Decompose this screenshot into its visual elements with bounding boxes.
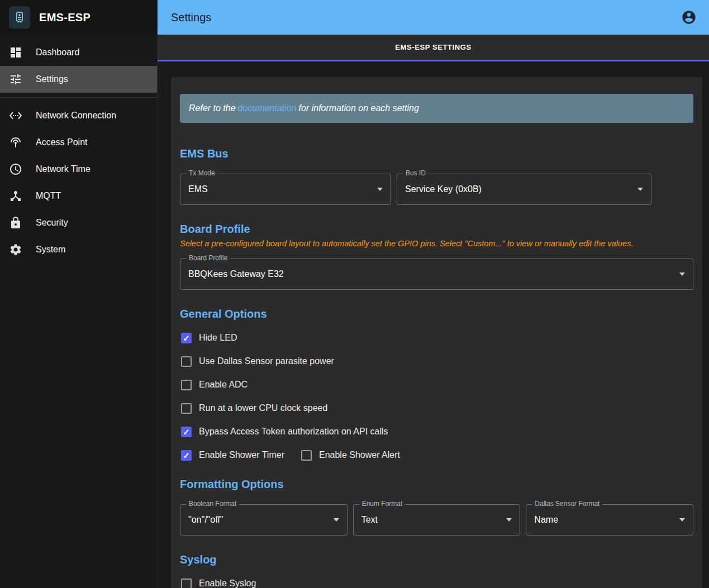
checkbox-enable-adc[interactable]: Enable ADC <box>180 380 248 390</box>
sidebar-item-label: Network Connection <box>36 111 116 121</box>
tab-ems-esp-settings[interactable]: EMS-ESP SETTINGS <box>386 36 480 58</box>
sidebar-item-label: Access Point <box>36 137 87 147</box>
checkbox-box[interactable] <box>181 427 192 437</box>
app-title: EMS-ESP <box>39 11 91 24</box>
ems-bus-fields: Tx Mode EMS Bus ID Service Key (0x0B) <box>180 174 693 205</box>
banner-text-before: Refer to the <box>189 103 236 113</box>
dropdown-arrow-icon <box>506 518 512 522</box>
field-value: Name <box>534 515 674 525</box>
field-value: "on"/"off" <box>188 515 328 525</box>
field-value: Text <box>361 515 501 525</box>
checkbox-bypass-token[interactable]: Bypass Access Token authorization on API… <box>180 427 388 437</box>
formatting-fields: Boolean Format "on"/"off" Enum Format Te… <box>180 504 693 536</box>
dropdown-arrow-icon <box>679 273 685 276</box>
tx-mode-select[interactable]: Tx Mode EMS <box>180 174 391 205</box>
syslog-checkboxes: Enable Syslog <box>180 572 693 588</box>
field-label: Boolean Format <box>186 500 239 508</box>
sidebar-item-settings[interactable]: Settings <box>0 66 157 93</box>
checkbox-label: Enable Syslog <box>199 579 256 588</box>
checkbox-box[interactable] <box>181 356 192 367</box>
boolean-format-select[interactable]: Boolean Format "on"/"off" <box>180 504 348 536</box>
checkbox-box[interactable] <box>181 450 192 461</box>
checkbox-box[interactable] <box>181 579 192 588</box>
checkbox-row: Enable Shower Timer Enable Shower Alert <box>180 443 693 467</box>
checkbox-row: Use Dallas Sensor parasite power <box>180 350 693 373</box>
section-title-general-options: General Options <box>180 308 693 321</box>
field-label: Tx Mode <box>186 169 218 177</box>
enum-format-select[interactable]: Enum Format Text <box>353 504 521 536</box>
page-title: Settings <box>171 11 211 24</box>
field-value: BBQKees Gateway E32 <box>188 269 674 279</box>
section-title-board-profile: Board Profile <box>180 223 693 236</box>
board-profile-fields: Board Profile BBQKees Gateway E32 <box>180 259 693 290</box>
bus-id-select[interactable]: Bus ID Service Key (0x0B) <box>397 174 651 205</box>
clock-icon <box>9 162 22 176</box>
checkbox-label: Enable ADC <box>199 380 248 390</box>
documentation-link[interactable]: documentation <box>238 103 297 113</box>
sidebar-item-mqtt[interactable]: MQTT <box>0 183 157 209</box>
sidebar-item-network-connection[interactable]: Network Connection <box>0 102 157 129</box>
checkbox-label: Run at a lower CPU clock speed <box>199 403 327 413</box>
dallas-sensor-format-select[interactable]: Dallas Sensor Format Name <box>526 504 693 536</box>
ethernet-icon <box>9 109 22 122</box>
checkbox-row: Bypass Access Token authorization on API… <box>180 420 693 443</box>
section-title-syslog: Syslog <box>180 553 693 566</box>
checkbox-enable-syslog[interactable]: Enable Syslog <box>180 579 256 588</box>
sidebar-item-system[interactable]: System <box>0 236 157 263</box>
board-profile-select[interactable]: Board Profile BBQKees Gateway E32 <box>180 259 693 290</box>
field-label: Board Profile <box>186 254 230 262</box>
sidebar-item-label: Dashboard <box>36 47 79 58</box>
checkbox-hide-led[interactable]: Hide LED <box>180 333 237 343</box>
section-title-formatting-options: Formatting Options <box>180 478 693 491</box>
field-label: Bus ID <box>403 169 429 177</box>
sidebar-item-label: Settings <box>36 74 68 84</box>
sidebar-nav: Dashboard Settings Network Connection Ac… <box>0 35 157 263</box>
appbar: Settings <box>158 0 709 35</box>
section-title-ems-bus: EMS Bus <box>180 147 693 160</box>
dashboard-icon <box>9 46 22 59</box>
account-circle-icon <box>681 9 697 25</box>
sidebar-item-label: Security <box>36 218 68 228</box>
checkbox-box[interactable] <box>301 450 312 461</box>
checkbox-shower-alert[interactable]: Enable Shower Alert <box>300 450 400 461</box>
board-profile-hint: Select a pre-configured board layout to … <box>180 239 693 248</box>
field-value: Service Key (0x0B) <box>405 184 632 194</box>
sidebar-item-dashboard[interactable]: Dashboard <box>0 39 157 66</box>
sidebar-item-label: MQTT <box>36 191 61 201</box>
ems-esp-app: EMS-ESP Dashboard Settings Network Conne… <box>0 0 709 588</box>
sidebar-item-security[interactable]: Security <box>0 209 157 236</box>
checkbox-row: Run at a lower CPU clock speed <box>180 396 693 420</box>
tune-icon <box>9 73 22 86</box>
account-button[interactable] <box>680 8 698 26</box>
device-hub-icon <box>9 189 22 203</box>
checkbox-row: Enable Syslog <box>180 572 693 588</box>
sidebar: EMS-ESP Dashboard Settings Network Conne… <box>0 0 158 588</box>
checkbox-lower-cpu-clock[interactable]: Run at a lower CPU clock speed <box>180 403 327 414</box>
sidebar-item-label: System <box>36 245 65 255</box>
checkbox-box[interactable] <box>181 380 192 390</box>
tab-bar: EMS-ESP SETTINGS <box>158 35 709 61</box>
lock-icon <box>9 216 22 230</box>
checkbox-row: Enable ADC <box>180 373 693 396</box>
sidebar-item-network-time[interactable]: Network Time <box>0 156 157 183</box>
dropdown-arrow-icon <box>637 188 643 191</box>
checkbox-label: Use Dallas Sensor parasite power <box>199 356 334 366</box>
settings-card: Refer to the documentation for informati… <box>171 77 702 588</box>
info-banner: Refer to the documentation for informati… <box>180 94 693 123</box>
dropdown-arrow-icon <box>679 518 685 522</box>
checkbox-label: Bypass Access Token authorization on API… <box>199 427 388 437</box>
gear-icon <box>9 243 22 256</box>
checkbox-label: Enable Shower Alert <box>319 450 400 460</box>
dropdown-arrow-icon <box>377 188 383 191</box>
checkbox-box[interactable] <box>181 333 192 343</box>
checkbox-dallas-parasite[interactable]: Use Dallas Sensor parasite power <box>180 356 334 367</box>
checkbox-box[interactable] <box>181 403 192 414</box>
content-area: Refer to the documentation for informati… <box>158 61 709 588</box>
checkbox-row: Hide LED <box>180 326 693 350</box>
sidebar-item-label: Network Time <box>36 164 91 174</box>
checkbox-label: Enable Shower Timer <box>199 450 284 460</box>
dropdown-arrow-icon <box>334 518 339 522</box>
field-label: Dallas Sensor Format <box>532 500 602 508</box>
sidebar-item-access-point[interactable]: Access Point <box>0 129 157 156</box>
checkbox-shower-timer[interactable]: Enable Shower Timer <box>180 450 284 461</box>
